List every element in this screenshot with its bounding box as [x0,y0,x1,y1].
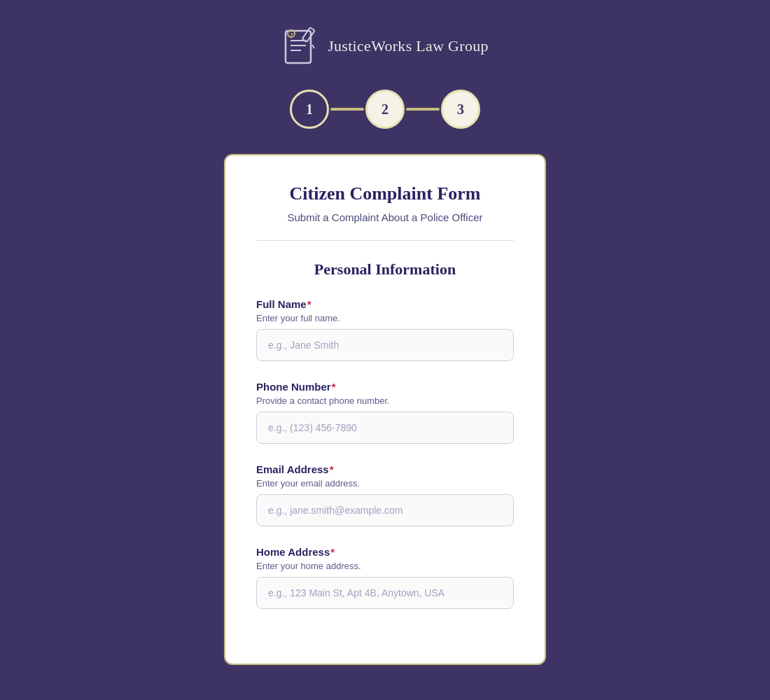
form-card: Citizen Complaint Form Submit a Complain… [224,154,546,665]
home-address-label: Home Address* [256,546,514,558]
header-title: JusticeWorks Law Group [328,37,489,55]
svg-text:★: ★ [290,32,293,36]
step-2[interactable]: 2 [365,90,405,129]
phone-number-input[interactable] [256,412,514,444]
step-connector-2 [406,108,440,111]
step-3[interactable]: 3 [441,90,480,129]
email-address-field-group: Email Address* Enter your email address. [256,463,514,526]
full-name-required: * [307,298,312,310]
phone-number-field-group: Phone Number* Provide a contact phone nu… [256,381,514,444]
email-required: * [330,463,334,475]
form-title: Citizen Complaint Form [256,183,514,204]
email-address-label: Email Address* [256,463,514,475]
full-name-hint: Enter your full name. [256,313,514,323]
home-address-field-group: Home Address* Enter your home address. [256,546,514,609]
phone-number-label: Phone Number* [256,381,514,393]
full-name-label: Full Name* [256,298,514,310]
email-address-hint: Enter your email address. [256,478,514,489]
form-divider [256,240,514,241]
section-title: Personal Information [256,260,514,279]
home-address-input[interactable] [256,577,514,609]
form-subtitle: Submit a Complaint About a Police Office… [256,211,514,223]
home-address-required: * [330,546,335,558]
logo-icon: ★ [281,25,319,67]
phone-required: * [332,381,336,393]
svg-rect-6 [302,27,315,42]
page-header: ★ JusticeWorks Law Group [281,25,489,67]
step-connector-1 [330,108,364,111]
stepper: 1 2 3 [290,90,480,129]
svg-line-7 [312,45,314,48]
home-address-hint: Enter your home address. [256,561,514,571]
full-name-field-group: Full Name* Enter your full name. [256,298,514,361]
phone-number-hint: Provide a contact phone number. [256,396,514,406]
email-address-input[interactable] [256,494,514,526]
full-name-input[interactable] [256,329,514,361]
step-1[interactable]: 1 [290,90,329,129]
